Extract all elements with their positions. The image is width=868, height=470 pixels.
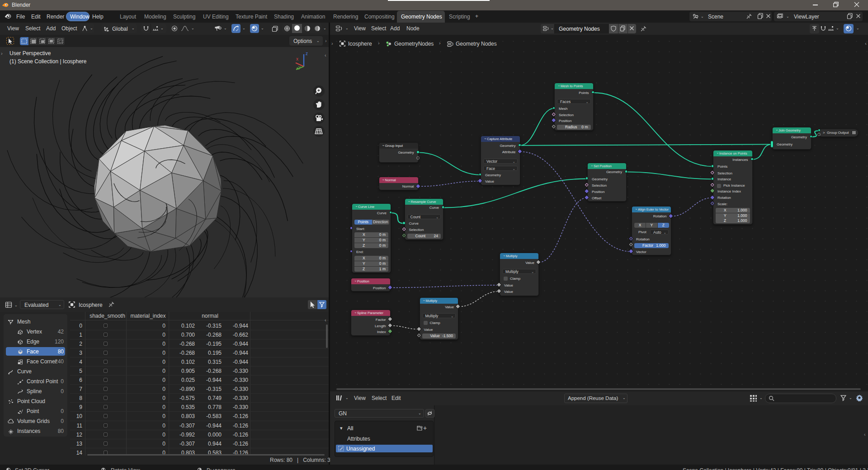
svg-text:z: z — [306, 51, 308, 56]
svg-text:x: x — [296, 56, 298, 61]
svg-text:y: y — [298, 65, 301, 70]
